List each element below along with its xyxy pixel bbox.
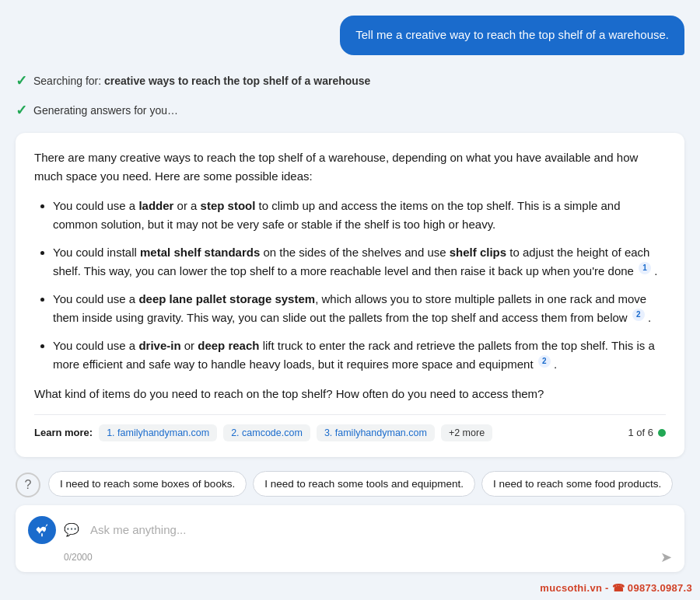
chat-input[interactable] bbox=[90, 523, 672, 536]
input-row: 💬 bbox=[28, 516, 672, 544]
generating-status-text: Generating answers for you… bbox=[33, 104, 178, 117]
citation-badge-1: 1 bbox=[639, 262, 651, 274]
user-message-bubble: Tell me a creative way to reach the top … bbox=[340, 16, 684, 55]
source-more-button[interactable]: +2 more bbox=[441, 424, 492, 441]
citation-badge-2a: 2 bbox=[632, 309, 645, 321]
searching-status-text: Searching for: creative ways to reach th… bbox=[33, 75, 370, 87]
source-link-3[interactable]: 3. familyhandyman.com bbox=[317, 424, 435, 441]
question-icon: ? bbox=[16, 473, 40, 497]
active-dot-icon bbox=[658, 429, 666, 437]
generating-checkmark-icon: ✓ bbox=[16, 102, 27, 119]
generating-status-row: ✓ Generating answers for you… bbox=[16, 100, 684, 120]
page-indicator: 1 of 6 bbox=[628, 427, 666, 438]
user-message-row: Tell me a creative way to reach the top … bbox=[16, 16, 684, 55]
learn-more-row: Learn more: 1. familyhandyman.com 2. cam… bbox=[34, 414, 666, 441]
answer-list: You could use a ladder or a step stool t… bbox=[34, 197, 666, 374]
source-link-2[interactable]: 2. camcode.com bbox=[223, 424, 310, 441]
answer-closing-question: What kind of items do you need to reach … bbox=[34, 385, 666, 403]
suggestion-chip-1[interactable]: I need to reach some tools and equipment… bbox=[253, 471, 475, 497]
list-item: You could use a deep lane pallet storage… bbox=[53, 290, 666, 327]
list-item: You could use a ladder or a step stool t… bbox=[53, 197, 666, 234]
char-count-row: 0/2000 ➤ bbox=[28, 549, 672, 566]
search-checkmark-icon: ✓ bbox=[16, 72, 27, 89]
send-icon[interactable]: ➤ bbox=[660, 549, 672, 566]
list-item: You could install metal shelf standards … bbox=[53, 243, 666, 281]
answer-card: There are many creative ways to reach th… bbox=[16, 133, 684, 457]
searching-status-row: ✓ Searching for: creative ways to reach … bbox=[16, 71, 684, 91]
input-area: 💬 0/2000 ➤ bbox=[16, 505, 684, 572]
answer-intro: There are many creative ways to reach th… bbox=[34, 148, 666, 186]
watermark: mucsothi.vn - ☎ 09873.0987.3 bbox=[540, 582, 692, 594]
citation-badge-2b: 2 bbox=[538, 355, 551, 368]
char-count: 0/2000 bbox=[64, 552, 93, 563]
suggestion-chips: I need to reach some boxes of books. I n… bbox=[48, 471, 673, 497]
chat-bubble-icon: 💬 bbox=[64, 522, 79, 537]
suggestion-chip-0[interactable]: I need to reach some boxes of books. bbox=[48, 471, 247, 497]
source-link-1[interactable]: 1. familyhandyman.com bbox=[99, 424, 217, 441]
suggestion-chip-2[interactable]: I need to reach some food products. bbox=[481, 471, 673, 497]
list-item: You could use a drive-in or deep reach l… bbox=[53, 337, 666, 374]
learn-more-label: Learn more: bbox=[34, 427, 93, 438]
bot-icon bbox=[28, 516, 56, 544]
user-message-text: Tell me a creative way to reach the top … bbox=[355, 28, 669, 41]
suggestions-row: ? I need to reach some boxes of books. I… bbox=[0, 460, 700, 505]
broom-svg-icon bbox=[34, 522, 50, 538]
